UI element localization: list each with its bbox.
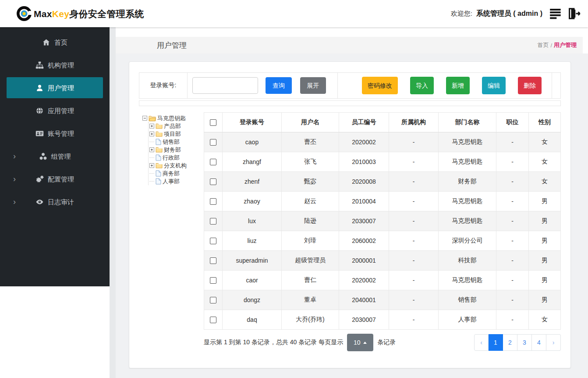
username-cell: 赵云	[282, 192, 339, 211]
expand-button[interactable]: 展开	[300, 77, 326, 94]
sidebar-item-home[interactable]: 首页	[0, 31, 110, 53]
sidebar-item-group[interactable]: ›组管理	[0, 145, 110, 168]
sidebar-item-org[interactable]: 机构管理	[0, 53, 110, 76]
row-checkbox[interactable]	[210, 238, 216, 244]
sidebar-item-user[interactable]: 用户管理	[7, 77, 103, 98]
action-button-import[interactable]: 导入	[410, 77, 434, 94]
logout-icon[interactable]	[566, 7, 581, 20]
table-row[interactable]: caop曹丕2020002-马克思钥匙-女	[204, 132, 561, 152]
tree-node[interactable]: 财务部	[149, 146, 202, 153]
table-row[interactable]: liuz刘璋2060002-深圳分公司-男	[204, 231, 561, 251]
tree-node[interactable]: 项目部	[149, 130, 202, 138]
action-button-edit[interactable]: 编辑	[482, 77, 506, 94]
chevron-right-icon: ›	[13, 198, 16, 206]
action-button-delete[interactable]: 删除	[518, 77, 542, 94]
tree-node[interactable]: 产品部	[149, 122, 202, 130]
tree-collapse-toggle[interactable]	[142, 116, 147, 121]
department-cell: 马克思钥匙	[439, 152, 496, 172]
table-row[interactable]: superadmin超级管理员2000001-科技部-男	[204, 251, 561, 271]
row-checkbox[interactable]	[210, 317, 216, 323]
row-checkbox[interactable]	[210, 178, 216, 185]
sidebar-item-app[interactable]: 应用管理	[0, 99, 110, 122]
tree-expand-toggle[interactable]	[149, 124, 154, 128]
username-cell: 曹仁	[282, 271, 339, 290]
action-button-add[interactable]: 新增	[446, 77, 470, 94]
tree-node-root[interactable]: 马克思钥匙	[142, 114, 202, 122]
pager-page-2[interactable]: 2	[503, 334, 517, 351]
department-cell: 马克思钥匙	[439, 192, 496, 211]
tree-node[interactable]: 行政部	[149, 153, 202, 161]
menu-list-icon[interactable]	[549, 7, 562, 20]
sidebar-item-audit[interactable]: ›日志审计	[0, 190, 110, 213]
tree-connector	[149, 142, 154, 142]
position-cell: -	[496, 231, 529, 251]
tree-node[interactable]: 销售部	[149, 138, 202, 146]
username-cell: 大乔(乔玮)	[282, 310, 339, 330]
table-row[interactable]: dongz董卓2040001-销售部-男	[204, 290, 561, 310]
tree-expand-toggle[interactable]	[149, 147, 154, 152]
tree-node[interactable]: 人事部	[149, 177, 202, 185]
organization-cell: -	[389, 271, 439, 290]
organization-cell: -	[389, 172, 439, 192]
employee-no-cell: 2030007	[339, 310, 389, 330]
tree-node[interactable]: 分支机构	[149, 161, 202, 169]
department-cell: 科技部	[439, 251, 496, 271]
column-header-gender-cell: 性别	[529, 113, 561, 132]
row-checkbox[interactable]	[210, 198, 216, 205]
organization-cell: -	[389, 192, 439, 211]
row-checkbox[interactable]	[210, 159, 216, 165]
chevron-right-icon: ›	[13, 152, 16, 160]
pager-page-1[interactable]: 1	[489, 334, 503, 351]
table-header-row: 登录账号用户名员工编号所属机构部门名称职位性别	[204, 113, 561, 132]
row-checkbox[interactable]	[210, 257, 216, 264]
organization-cell: -	[389, 211, 439, 231]
tree-expand-toggle[interactable]	[149, 132, 154, 136]
tree-expand-toggle[interactable]	[149, 163, 154, 168]
row-checkbox[interactable]	[210, 139, 216, 146]
table-row[interactable]: zhenf甄宓2020008-财务部-女	[204, 172, 561, 192]
department-cell: 马克思钥匙	[439, 211, 496, 231]
column-header-organization-cell: 所属机构	[389, 113, 439, 132]
employee-no-cell: 2010003	[339, 152, 389, 172]
organization-cell: -	[389, 152, 439, 172]
row-checkbox[interactable]	[210, 297, 216, 303]
row-checkbox-cell	[204, 132, 223, 152]
select-all-checkbox[interactable]	[210, 119, 216, 126]
pager-page-4[interactable]: 4	[532, 334, 546, 351]
cubes-icon	[39, 152, 47, 160]
sidebar-item-config[interactable]: ›配置管理	[0, 168, 110, 190]
table-row[interactable]: zhangf张飞2010003-马克思钥匙-女	[204, 152, 561, 172]
row-checkbox[interactable]	[210, 218, 216, 225]
page-size-dropdown[interactable]: 10	[347, 334, 373, 351]
username-cell: 曹丕	[282, 132, 339, 152]
position-cell: -	[496, 310, 529, 330]
page-header-bar: 用户管理 首页 / 用户管理	[116, 37, 583, 53]
tree-node-label: 人事部	[163, 178, 180, 184]
pager-prev[interactable]: ‹	[474, 334, 489, 351]
pager-next[interactable]: ›	[546, 334, 561, 351]
table-row[interactable]: daq大乔(乔玮)2030007-人事部-女	[204, 310, 561, 330]
gender-cell: 女	[529, 310, 561, 330]
action-button-password[interactable]: 密码修改	[362, 77, 398, 94]
search-field-label-cell: 登录账号:	[139, 73, 188, 98]
sidebar-item-account[interactable]: 账号管理	[0, 122, 110, 145]
top-header: MaxKey身份安全管理系统 欢迎您: 系统管理员 ( admin )	[0, 0, 588, 27]
search-toolbar: 登录账号: 查询 展开 密码修改导入新增编辑删除	[139, 72, 561, 99]
row-checkbox[interactable]	[210, 277, 216, 284]
app-title-max: Max	[34, 9, 52, 19]
tree-node[interactable]: 商务部	[149, 169, 202, 177]
pager-page-3[interactable]: 3	[517, 334, 532, 351]
user-management-card: 登录账号: 查询 展开 密码修改导入新增编辑删除 马克思钥匙产品部项目部销售部财…	[129, 61, 571, 368]
table-row[interactable]: lux陆逊2030007-马克思钥匙-男	[204, 211, 561, 231]
gender-cell: 男	[529, 192, 561, 211]
query-button[interactable]: 查询	[266, 77, 292, 94]
breadcrumb-home-link[interactable]: 首页	[537, 41, 549, 49]
table-row[interactable]: caor曹仁2020002-马克思钥匙-男	[204, 271, 561, 290]
login-account-input[interactable]	[192, 77, 258, 94]
sidebar-item-label: 机构管理	[48, 62, 74, 68]
table-row[interactable]: zhaoy赵云2010004-马克思钥匙-男	[204, 192, 561, 211]
pagination-summary: 显示第 1 到第 10 条记录，总共 40 条记录 每页显示	[204, 339, 343, 346]
gears-icon	[35, 175, 44, 183]
folder-icon	[156, 123, 163, 129]
gender-cell: 男	[529, 290, 561, 310]
